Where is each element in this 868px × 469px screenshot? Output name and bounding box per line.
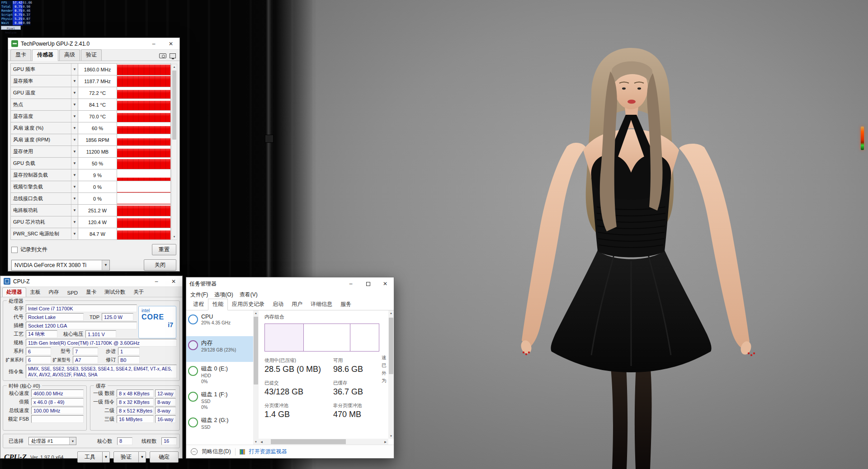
- stat-value: 28.5 GB (0 MB): [264, 365, 333, 374]
- l3-label: 三级: [93, 416, 117, 422]
- menu-view[interactable]: 查看(V): [236, 291, 261, 299]
- scroll-down-icon[interactable]: ▼: [172, 234, 177, 239]
- tab-processes[interactable]: 进程: [189, 299, 208, 310]
- sensor-dropdown[interactable]: 视频引擎负载▼: [10, 181, 78, 193]
- stat-label: 使用中(已压缩): [264, 357, 333, 364]
- fps-value1: 0.75: [13, 9, 23, 13]
- maximize-button[interactable]: [359, 277, 377, 290]
- scroll-up-icon[interactable]: ▲: [253, 310, 259, 316]
- technology-label: 工艺: [6, 331, 26, 338]
- tab-services[interactable]: 服务: [336, 299, 355, 310]
- sidebar-item-disk1[interactable]: 磁盘 1 (F:) SSD 0%: [186, 388, 253, 413]
- sidebar-scrollbar[interactable]: ▲ ▼: [253, 310, 259, 445]
- close-button[interactable]: ✕: [165, 276, 182, 286]
- sensor-dropdown[interactable]: 总线接口负载▼: [10, 192, 78, 205]
- tab-startup[interactable]: 启动: [269, 299, 288, 310]
- sensor-dropdown[interactable]: GPU 芯片功耗▼: [10, 216, 78, 228]
- tab-mainboard[interactable]: 主板: [26, 287, 45, 297]
- fps-value1: 0.75: [13, 5, 23, 9]
- fps-value2: 0.46: [23, 9, 31, 13]
- tab-users[interactable]: 用户: [288, 299, 307, 310]
- sensor-graph: [117, 145, 171, 158]
- validate-split-button[interactable]: 验证 ▼: [113, 451, 146, 463]
- ok-button[interactable]: 确定: [150, 451, 179, 463]
- panel-vertical-scrollbar[interactable]: ▲ ▼: [388, 310, 394, 439]
- sensor-dropdown[interactable]: PWR_SRC 电源绘制▼: [10, 228, 78, 240]
- package-label: 插槽: [6, 322, 26, 329]
- reset-button[interactable]: 重置: [152, 244, 176, 255]
- screenshot-camera-icon[interactable]: [159, 53, 166, 58]
- scroll-down-icon[interactable]: ▼: [388, 433, 394, 439]
- log-to-file-checkbox[interactable]: [11, 247, 18, 253]
- sensor-dropdown[interactable]: 显存使用▼: [10, 145, 78, 158]
- sensor-dropdown[interactable]: 显存温度▼: [10, 110, 78, 122]
- minimize-button[interactable]: –: [148, 276, 165, 286]
- sensor-dropdown[interactable]: 风扇 速度 (%)▼: [10, 122, 78, 134]
- l2-size: 8 x 512 KBytes: [117, 407, 154, 414]
- sensor-dropdown[interactable]: 风扇 速度 (RPM)▼: [10, 134, 78, 146]
- tools-split-button[interactable]: 工具 ▼: [77, 451, 110, 463]
- menu-file[interactable]: 文件(F): [187, 291, 211, 299]
- tab-performance[interactable]: 性能: [208, 299, 228, 310]
- minimize-button[interactable]: –: [342, 277, 359, 290]
- tab-validation[interactable]: 验证: [81, 49, 102, 61]
- tab-graphics[interactable]: 显卡: [82, 287, 100, 297]
- tab-bench[interactable]: 测试分数: [100, 287, 129, 297]
- scroll-right-icon[interactable]: ▶: [382, 440, 388, 443]
- tab-spd[interactable]: SPD: [63, 289, 82, 297]
- gpuz-titlebar[interactable]: TechPowerUp GPU-Z 2.41.0 – ✕: [8, 38, 179, 50]
- sidebar-item-disk0[interactable]: 磁盘 0 (E:) HDD 0%: [186, 362, 253, 388]
- menu-options[interactable]: 选项(O): [211, 291, 236, 299]
- tab-sensors[interactable]: 传感器: [32, 49, 58, 61]
- close-button[interactable]: ✕: [162, 38, 179, 49]
- multiplier-label: 倍频: [6, 399, 31, 405]
- sensor-row: GPU 频率▼ 1860.0 MHz: [10, 64, 171, 75]
- tab-memory[interactable]: 内存: [45, 287, 63, 297]
- tab-app-history[interactable]: 应用历史记录: [228, 299, 269, 310]
- scroll-up-icon[interactable]: ▲: [172, 64, 177, 70]
- cpuz-titlebar[interactable]: CPU-Z – ✕: [0, 276, 182, 287]
- tools-button[interactable]: 工具: [77, 451, 103, 463]
- tab-advanced[interactable]: 高级: [59, 49, 80, 61]
- scroll-thumb[interactable]: [271, 439, 346, 444]
- sensor-dropdown[interactable]: 显存频率▼: [10, 75, 78, 87]
- sensor-dropdown[interactable]: 电路板功耗▼: [10, 204, 78, 216]
- sensor-graph: [117, 192, 171, 205]
- scroll-down-icon[interactable]: ▼: [253, 439, 259, 445]
- tab-graphics-card[interactable]: 显卡: [10, 49, 31, 61]
- sensor-dropdown[interactable]: GPU 温度▼: [10, 87, 78, 99]
- sidebar-item-disk2[interactable]: 磁盘 2 (G:) SSD: [186, 413, 253, 439]
- window-icon[interactable]: [170, 53, 176, 58]
- scroll-up-icon[interactable]: ▲: [388, 310, 394, 316]
- sidebar-item-memory[interactable]: 内存 29/128 GB (23%): [186, 336, 253, 362]
- led-indicator: [861, 127, 864, 150]
- sensor-dropdown[interactable]: GPU 负载▼: [10, 157, 78, 169]
- processor-select[interactable]: 处理器 #1 ▼: [28, 437, 76, 445]
- validate-button[interactable]: 验证: [113, 451, 139, 463]
- panel-horizontal-scrollbar[interactable]: ◀ ▶: [259, 439, 388, 445]
- tab-details[interactable]: 详细信息: [307, 299, 336, 310]
- fewer-details-button[interactable]: 简略信息(D): [202, 448, 231, 455]
- scroll-left-icon[interactable]: ◀: [259, 440, 264, 443]
- sensor-dropdown[interactable]: GPU 频率▼: [10, 63, 78, 75]
- core-voltage-value: 1.101 V: [85, 330, 116, 338]
- chevron-down-icon: ▼: [71, 87, 78, 98]
- sensor-dropdown[interactable]: 显存控制器负载▼: [10, 169, 78, 181]
- sidebar-item-cpu[interactable]: CPU 20% 4.35 GHz: [186, 310, 253, 336]
- sensor-dropdown[interactable]: 热点▼: [10, 98, 78, 111]
- sensor-label: GPU 频率: [13, 66, 35, 73]
- l2-label: 二级: [93, 407, 117, 414]
- sensor-scrollbar[interactable]: ▲ ▼: [171, 64, 177, 240]
- close-app-button[interactable]: 关闭: [144, 259, 176, 271]
- tab-processor[interactable]: 处理器: [2, 287, 26, 297]
- tab-about[interactable]: 关于: [129, 287, 148, 297]
- fps-overlay: FPS 57.42 61.66 Total 0.75 0.90 Render 0…: [1, 1, 31, 30]
- fps-analyze-button[interactable]: Pixel Analyze: [1, 26, 21, 30]
- sensor-row: GPU 芯片功耗▼ 120.4 W: [10, 216, 171, 228]
- selection-label: 已选择: [6, 438, 26, 445]
- minimize-button[interactable]: –: [145, 38, 162, 49]
- open-resource-monitor-link[interactable]: 打开资源监视器: [249, 448, 287, 455]
- taskmgr-titlebar[interactable]: 任务管理器 – ✕: [186, 277, 394, 290]
- gpu-device-select[interactable]: NVIDIA GeForce RTX 3080 Ti ▼: [11, 260, 110, 271]
- close-button[interactable]: ✕: [377, 277, 394, 290]
